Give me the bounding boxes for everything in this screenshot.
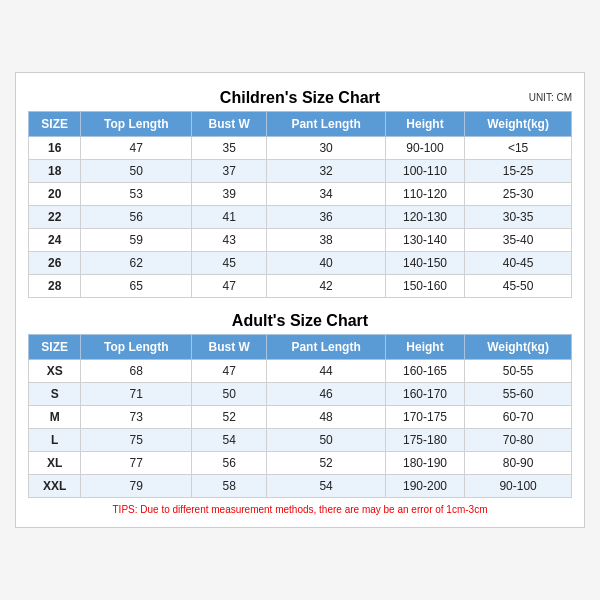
children-title-text: Children's Size Chart: [220, 89, 380, 106]
size-cell: M: [29, 406, 81, 429]
adults-title: Adult's Size Chart: [28, 306, 572, 334]
data-cell: 100-110: [385, 160, 464, 183]
data-cell: 180-190: [385, 452, 464, 475]
adults-col-toplength: Top Length: [81, 335, 192, 360]
data-cell: 58: [192, 475, 267, 498]
data-cell: 175-180: [385, 429, 464, 452]
size-cell: 22: [29, 206, 81, 229]
data-cell: 73: [81, 406, 192, 429]
data-cell: 110-120: [385, 183, 464, 206]
size-cell: 18: [29, 160, 81, 183]
adults-col-bustw: Bust W: [192, 335, 267, 360]
table-row: XXL795854190-20090-100: [29, 475, 572, 498]
adults-col-weight: Weight(kg): [465, 335, 572, 360]
adults-title-text: Adult's Size Chart: [232, 312, 368, 329]
table-row: 18503732100-11015-25: [29, 160, 572, 183]
data-cell: 46: [267, 383, 386, 406]
tips-text: TIPS: Due to different measurement metho…: [28, 504, 572, 515]
data-cell: 60-70: [465, 406, 572, 429]
data-cell: 34: [267, 183, 386, 206]
data-cell: 47: [81, 137, 192, 160]
data-cell: 120-130: [385, 206, 464, 229]
table-row: S715046160-17055-60: [29, 383, 572, 406]
children-col-weight: Weight(kg): [465, 112, 572, 137]
children-table: SIZE Top Length Bust W Pant Length Heigh…: [28, 111, 572, 298]
adults-header-row: SIZE Top Length Bust W Pant Length Heigh…: [29, 335, 572, 360]
data-cell: 35-40: [465, 229, 572, 252]
data-cell: 150-160: [385, 275, 464, 298]
data-cell: 40-45: [465, 252, 572, 275]
data-cell: 79: [81, 475, 192, 498]
chart-container: Children's Size Chart UNIT: CM SIZE Top …: [15, 72, 585, 528]
data-cell: 75: [81, 429, 192, 452]
data-cell: 52: [192, 406, 267, 429]
table-row: M735248170-17560-70: [29, 406, 572, 429]
data-cell: 56: [81, 206, 192, 229]
data-cell: 42: [267, 275, 386, 298]
data-cell: 77: [81, 452, 192, 475]
data-cell: 30-35: [465, 206, 572, 229]
size-cell: 20: [29, 183, 81, 206]
data-cell: 44: [267, 360, 386, 383]
data-cell: 55-60: [465, 383, 572, 406]
data-cell: 140-150: [385, 252, 464, 275]
data-cell: 15-25: [465, 160, 572, 183]
data-cell: 47: [192, 360, 267, 383]
size-cell: S: [29, 383, 81, 406]
table-row: 20533934110-12025-30: [29, 183, 572, 206]
table-row: 24594338130-14035-40: [29, 229, 572, 252]
data-cell: 90-100: [465, 475, 572, 498]
data-cell: 47: [192, 275, 267, 298]
children-col-height: Height: [385, 112, 464, 137]
data-cell: 130-140: [385, 229, 464, 252]
data-cell: 80-90: [465, 452, 572, 475]
data-cell: 25-30: [465, 183, 572, 206]
data-cell: 38: [267, 229, 386, 252]
data-cell: 54: [267, 475, 386, 498]
data-cell: 39: [192, 183, 267, 206]
data-cell: 52: [267, 452, 386, 475]
data-cell: 30: [267, 137, 386, 160]
data-cell: 160-170: [385, 383, 464, 406]
data-cell: 71: [81, 383, 192, 406]
size-cell: XXL: [29, 475, 81, 498]
children-header-row: SIZE Top Length Bust W Pant Length Heigh…: [29, 112, 572, 137]
data-cell: 45: [192, 252, 267, 275]
children-col-size: SIZE: [29, 112, 81, 137]
data-cell: 50: [192, 383, 267, 406]
adults-col-size: SIZE: [29, 335, 81, 360]
children-col-pantlength: Pant Length: [267, 112, 386, 137]
data-cell: 45-50: [465, 275, 572, 298]
data-cell: 65: [81, 275, 192, 298]
data-cell: 53: [81, 183, 192, 206]
table-row: XL775652180-19080-90: [29, 452, 572, 475]
table-row: 26624540140-15040-45: [29, 252, 572, 275]
size-cell: 28: [29, 275, 81, 298]
data-cell: 36: [267, 206, 386, 229]
data-cell: <15: [465, 137, 572, 160]
data-cell: 32: [267, 160, 386, 183]
size-cell: 24: [29, 229, 81, 252]
data-cell: 62: [81, 252, 192, 275]
size-cell: XL: [29, 452, 81, 475]
size-cell: 16: [29, 137, 81, 160]
data-cell: 90-100: [385, 137, 464, 160]
size-cell: 26: [29, 252, 81, 275]
data-cell: 40: [267, 252, 386, 275]
data-cell: 50: [81, 160, 192, 183]
table-row: XS684744160-16550-55: [29, 360, 572, 383]
data-cell: 43: [192, 229, 267, 252]
children-col-toplength: Top Length: [81, 112, 192, 137]
table-row: 28654742150-16045-50: [29, 275, 572, 298]
data-cell: 41: [192, 206, 267, 229]
table-row: 22564136120-13030-35: [29, 206, 572, 229]
unit-label: UNIT: CM: [529, 92, 572, 103]
data-cell: 48: [267, 406, 386, 429]
data-cell: 68: [81, 360, 192, 383]
data-cell: 160-165: [385, 360, 464, 383]
data-cell: 59: [81, 229, 192, 252]
adults-col-height: Height: [385, 335, 464, 360]
data-cell: 54: [192, 429, 267, 452]
children-col-bustw: Bust W: [192, 112, 267, 137]
data-cell: 56: [192, 452, 267, 475]
